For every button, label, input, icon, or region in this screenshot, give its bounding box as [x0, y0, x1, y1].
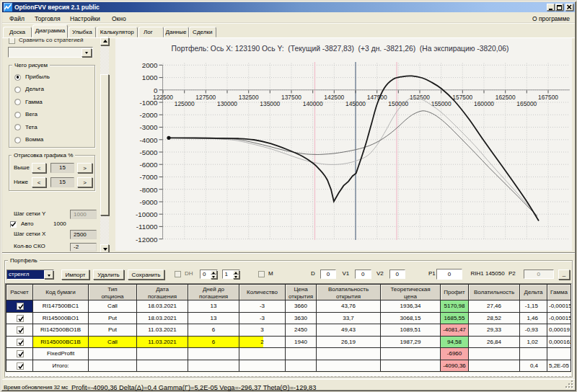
svg-text:-10000: -10000 [136, 210, 158, 218]
svg-text:125000: 125000 [175, 100, 195, 107]
svg-text:150000: 150000 [388, 100, 408, 107]
svg-text:-8000: -8000 [139, 186, 158, 194]
svg-text:-2000: -2000 [139, 111, 158, 119]
svg-text:130000: 130000 [217, 100, 237, 107]
svg-text:142500: 142500 [324, 94, 344, 101]
svg-text:Портфель: Ось X: 123190 Ось Y:: Портфель: Ось X: 123190 Ось Y: (Текущий … [172, 45, 509, 53]
svg-text:132500: 132500 [239, 94, 259, 101]
svg-text:135000: 135000 [260, 100, 280, 107]
svg-text:-7000: -7000 [139, 173, 158, 181]
svg-text:127500: 127500 [195, 94, 216, 101]
svg-text:-3000: -3000 [139, 123, 158, 131]
svg-text:157500: 157500 [452, 94, 472, 101]
svg-text:-11000: -11000 [136, 223, 158, 231]
svg-text:-6000: -6000 [139, 161, 158, 169]
svg-text:160000: 160000 [474, 100, 494, 107]
svg-text:1000: 1000 [142, 74, 158, 81]
svg-text:167500: 167500 [538, 94, 558, 101]
svg-text:0: 0 [154, 86, 158, 94]
svg-text:147500: 147500 [367, 94, 387, 101]
svg-text:2000: 2000 [142, 61, 158, 69]
svg-text:155000: 155000 [431, 100, 452, 107]
svg-text:145000: 145000 [345, 100, 366, 107]
svg-text:162500: 162500 [495, 94, 516, 101]
svg-text:-9000: -9000 [139, 198, 158, 206]
svg-text:-12000: -12000 [136, 236, 158, 244]
svg-text:137500: 137500 [281, 94, 301, 101]
svg-text:140000: 140000 [303, 100, 323, 107]
svg-text:-4000: -4000 [139, 136, 158, 144]
svg-text:-5000: -5000 [139, 148, 158, 156]
svg-text:-1000: -1000 [139, 99, 158, 107]
svg-text:165000: 165000 [516, 100, 537, 107]
svg-text:152500: 152500 [410, 94, 430, 101]
